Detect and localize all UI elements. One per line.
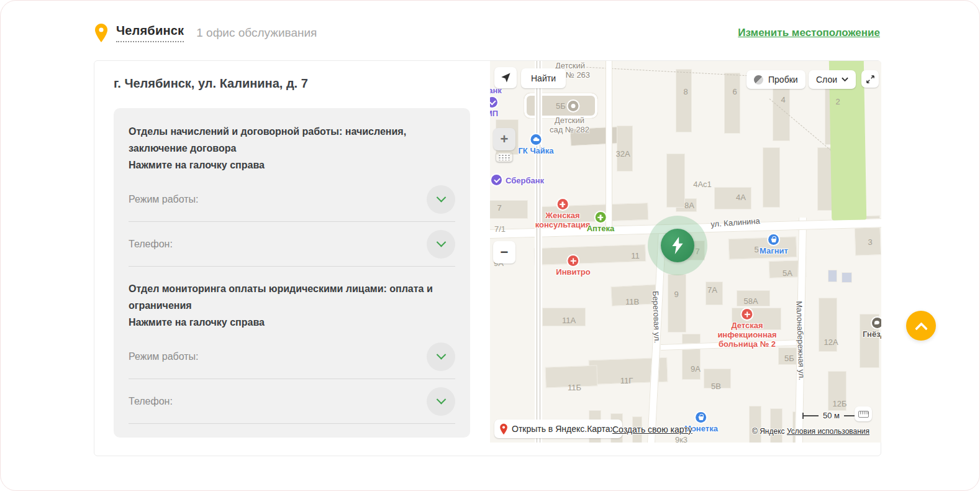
map-building-label: 11Б	[568, 383, 581, 392]
basket-icon	[769, 234, 779, 245]
map-building-label: 11В	[625, 297, 639, 306]
expand-schedule-button-1[interactable]	[427, 185, 455, 214]
map-zoom-in-button[interactable]: +	[493, 128, 515, 150]
change-location-link[interactable]: Изменить местоположение	[738, 27, 880, 39]
map-zoom-out-button[interactable]: −	[493, 241, 515, 264]
map-poi-label: ГК Чайка	[518, 146, 553, 155]
map-poi[interactable]: Детская инфекционная больница № 2	[717, 309, 776, 349]
department-description-2: Отдел мониторинга оплаты юридическими ли…	[129, 280, 455, 331]
map-building	[725, 73, 740, 133]
map-building-label: 5Б	[784, 354, 794, 363]
create-own-map-link[interactable]: Создать свою карту	[612, 424, 692, 434]
map-building-label: 11А	[562, 316, 576, 325]
map-poi-label: МП	[490, 109, 498, 118]
map-building	[750, 406, 761, 443]
traffic-icon	[754, 75, 763, 85]
map-building-label: 9	[674, 290, 678, 299]
map-poi[interactable]: Детский сад № 282	[550, 114, 589, 134]
accordion-row-phone-2: Телефон:	[129, 379, 455, 424]
map-building	[668, 275, 686, 332]
map-road	[606, 61, 612, 227]
map-building-label: 7/1	[494, 224, 506, 234]
chevron-down-icon	[436, 237, 446, 247]
map-building-label: 2	[835, 97, 840, 106]
terms-of-use-link[interactable]: Условия использования	[787, 427, 869, 436]
office-details-panel: Отделы начислений и договорной работы: н…	[114, 108, 470, 438]
lightning-icon	[669, 236, 686, 255]
basket-icon	[696, 412, 706, 423]
map-poi[interactable]: Сбербанк	[491, 175, 544, 185]
map-poi[interactable]: Аптека	[587, 212, 615, 233]
phone-label: Телефон:	[129, 239, 173, 250]
map-poi[interactable]: МП	[490, 97, 498, 118]
map-building-label: 4	[781, 95, 785, 104]
map-canvas[interactable]: Найти Пробки Слои + −	[490, 61, 881, 443]
cross-red-icon	[557, 199, 568, 209]
traffic-label: Пробки	[768, 75, 798, 85]
accordion-row-schedule-1: Режим работы:	[129, 177, 455, 222]
map-building-label: 3	[868, 237, 872, 247]
paw-icon	[568, 101, 579, 111]
department-description: Отделы начислений и договорной работы: н…	[129, 123, 455, 173]
map-poi[interactable]: Гнёзды	[863, 318, 881, 339]
chevron-down-icon	[436, 395, 446, 405]
navigation-arrow-icon	[500, 72, 511, 83]
map-fullscreen-button[interactable]	[861, 70, 879, 88]
map-building-label: 58А	[743, 296, 758, 306]
ruler-icon	[858, 411, 869, 418]
map-copyright: © Яндекс Условия использования	[752, 427, 869, 436]
city-selector[interactable]: Челябинск	[116, 24, 184, 42]
map-poi[interactable]: Магнит	[760, 234, 788, 255]
map-poi-label: Детская инфекционная больница № 2	[717, 321, 776, 349]
page: Челябинск 1 офис обслуживания Изменить м…	[0, 0, 980, 491]
map-search-button[interactable]: Найти	[521, 68, 566, 88]
map-building-label: 9к3	[675, 435, 687, 443]
expand-arrows-icon	[866, 75, 875, 84]
map-building-label: 5Б	[556, 101, 566, 111]
map-locate-button[interactable]	[494, 67, 517, 88]
cross-red-icon	[568, 255, 579, 266]
map-measure-tool[interactable]	[496, 152, 513, 162]
map-building-label: 8	[683, 87, 687, 96]
map-poi-label: Сбербанк	[506, 176, 544, 185]
offices-count: 1 офис обслуживания	[196, 26, 317, 40]
map-street-label: Береговая ул.	[651, 291, 662, 343]
map-poi[interactable]: ГК Чайка	[518, 134, 553, 155]
map-poi-label: Гнёзды	[863, 329, 881, 339]
expand-phone-button-2[interactable]	[427, 387, 455, 416]
map-traffic-button[interactable]: Пробки	[746, 70, 805, 89]
map-building-label: 5А	[783, 268, 792, 278]
open-in-yandex-maps-button[interactable]: Открыть в Яндекс.Картах	[494, 420, 622, 438]
map-building-label: 8А	[684, 201, 694, 210]
phone-label: Телефон:	[129, 396, 173, 407]
map-poi-label: Магнит	[760, 246, 788, 255]
map-ruler-button[interactable]	[855, 406, 872, 421]
open-in-yandex-label: Открыть в Яндекс.Картах	[512, 424, 615, 434]
map-poi[interactable]	[568, 101, 579, 111]
sber-icon	[490, 97, 497, 108]
cross-green-icon	[595, 212, 606, 223]
chevron-down-icon	[436, 350, 446, 360]
scroll-to-top-button[interactable]	[906, 311, 936, 341]
expand-phone-button-1[interactable]	[427, 230, 455, 259]
office-address: г. Челябинск, ул. Калинина, д. 7	[114, 76, 308, 91]
car-icon	[530, 134, 541, 145]
map-building-label: 4Ас1	[693, 180, 712, 189]
scale-segment	[802, 415, 819, 416]
layers-label: Слои	[816, 75, 837, 85]
accordion-row-phone-1: Телефон:	[129, 222, 455, 267]
scale-value: 50 м	[823, 411, 840, 420]
cross-red-icon	[742, 309, 752, 319]
map-layers-button[interactable]: Слои	[809, 70, 856, 89]
map-building-label: 12Б	[833, 399, 847, 408]
map-building-label: 6	[732, 87, 737, 96]
office-marker[interactable]	[661, 229, 694, 262]
map-poi[interactable]: Женская консультация	[535, 199, 591, 229]
map-building-label: 5	[754, 245, 758, 254]
office-card: г. Челябинск, ул. Калинина, д. 7 Отделы …	[94, 60, 881, 456]
map-poi-label: Женская консультация	[535, 211, 591, 229]
map-poi[interactable]: Инвитро	[556, 255, 590, 277]
expand-schedule-button-2[interactable]	[427, 342, 455, 371]
map-building	[828, 270, 837, 282]
map-building-label: 12А	[823, 337, 838, 347]
